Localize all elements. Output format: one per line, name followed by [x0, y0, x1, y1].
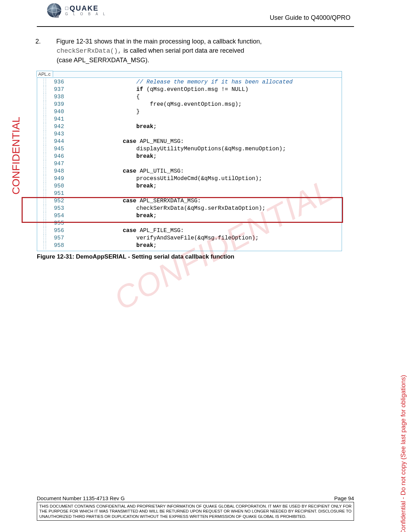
- code-line: 953 checkSerRxData(&qMsg.serRxDataOption…: [37, 205, 342, 212]
- code-line: 940 }: [37, 108, 342, 116]
- code-text: processUtilModeCmd(&qMsg.utilOption);: [68, 175, 262, 183]
- logo-brand: QUAKE: [65, 5, 107, 12]
- code-line: 949 processUtilModeCmd(&qMsg.utilOption)…: [37, 175, 342, 183]
- code-line: 956 case APL_FILE_MSG:: [37, 227, 342, 235]
- code-text: free(qMsg.eventOption.msg);: [68, 101, 242, 108]
- code-line: 954 break;: [37, 212, 342, 220]
- watermark-confidential-right: Information classified Confidential - Do…: [400, 375, 407, 532]
- code-line: 941: [37, 116, 342, 123]
- para-text-1: Figure 12-31 shows that in the main proc…: [56, 38, 262, 45]
- code-text: checkSerRxData(&qMsg.serRxDataOption);: [68, 205, 266, 212]
- code-text: {: [68, 93, 140, 101]
- code-line: 948 case APL_UTIL_MSG:: [37, 168, 342, 175]
- code-text: // Release the memory if it has been all…: [68, 79, 293, 86]
- code-line: 942 break;: [37, 123, 342, 131]
- code-text: displayUtilityMenuOptions(&qMsg.menuOpti…: [68, 145, 286, 153]
- code-line: 946 break;: [37, 153, 342, 160]
- code-line: 936 // Release the memory if it has been…: [37, 79, 342, 86]
- code-line: 947: [37, 160, 342, 168]
- watermark-confidential-left: CONFIDENTIAL: [10, 117, 22, 195]
- code-text: break;: [68, 123, 157, 131]
- body: 2. Figure 12-31 shows that in the main p…: [37, 37, 354, 260]
- code-line: 945 displayUtilityMenuOptions(&qMsg.menu…: [37, 145, 342, 153]
- code-text: if (qMsg.eventOption.msg != NULL): [68, 86, 249, 93]
- code-text: }: [68, 108, 140, 116]
- code-text: case APL_SERRXDATA_MSG:: [68, 197, 201, 205]
- para-text-2: is called when serial port data are rece…: [124, 47, 244, 54]
- code-screenshot: APL.c 936 // Release the memory if it ha…: [37, 71, 342, 251]
- logo-text: QUAKE G L O B A L: [65, 5, 107, 16]
- footer-notice: THIS DOCUMENT CONTAINS CONFIDENTIAL AND …: [37, 502, 354, 521]
- code-line: 944 case APL_MENU_MSG:: [37, 138, 342, 145]
- code-text: break;: [68, 183, 157, 190]
- header-rule: [37, 26, 354, 27]
- logo-sub: G L O B A L: [65, 12, 107, 16]
- code-tab: APL.c: [36, 71, 53, 77]
- code-line: 937 if (qMsg.eventOption.msg != NULL): [37, 86, 342, 93]
- code-text: case APL_UTIL_MSG:: [68, 168, 184, 175]
- page: QUAKE G L O B A L User Guide to Q4000/QP…: [35, 0, 375, 532]
- code-line: 955: [37, 220, 342, 227]
- code-line: 958 break;: [37, 242, 342, 249]
- list-number: 2.: [46, 37, 55, 46]
- code-text: verifyAndSaveFile(&qMsg.fileOption);: [68, 235, 259, 242]
- figure-caption: Figure 12-31: DemoAppSERIAL - Setting se…: [37, 253, 354, 260]
- footer-docnum: Document Number 1135-4713 Rev G: [37, 495, 125, 501]
- logo: QUAKE G L O B A L: [46, 2, 107, 18]
- page-title: User Guide to Q4000/QPRO: [270, 14, 350, 22]
- code-line: 951: [37, 190, 342, 197]
- code-line: 952 case APL_SERRXDATA_MSG:: [37, 197, 342, 205]
- code-line: 950 break;: [37, 183, 342, 190]
- para-case: (case APL_SERRXDATA_MSG).: [57, 57, 149, 64]
- code-line: 943: [37, 131, 342, 138]
- paragraph-2: 2. Figure 12-31 shows that in the main p…: [46, 37, 354, 65]
- footer-pagenum: Page 94: [334, 495, 354, 501]
- para-fn: checkSerRxData(),: [57, 47, 122, 54]
- code-text: break;: [68, 212, 157, 220]
- code-line: 939 free(qMsg.eventOption.msg);: [37, 101, 342, 108]
- code-line: 957 verifyAndSaveFile(&qMsg.fileOption);: [37, 235, 342, 242]
- code-text: case APL_FILE_MSG:: [68, 227, 184, 235]
- globe-icon: [46, 2, 62, 18]
- svg-point-0: [47, 3, 61, 17]
- code-text: break;: [68, 153, 157, 160]
- footer: Document Number 1135-4713 Rev G Page 94 …: [37, 495, 354, 521]
- code-line: 938 {: [37, 93, 342, 101]
- code-text: case APL_MENU_MSG:: [68, 138, 184, 145]
- code-text: break;: [68, 242, 157, 249]
